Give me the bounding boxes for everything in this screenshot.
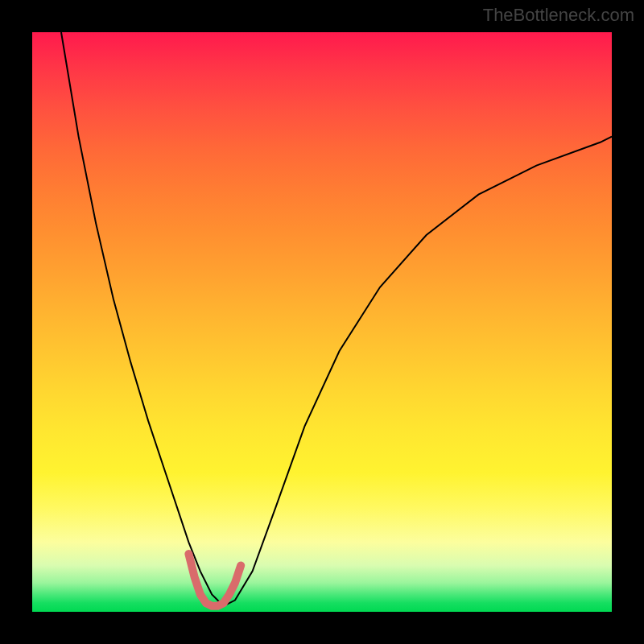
chart-svg xyxy=(32,32,612,612)
chart-plot-area xyxy=(32,32,612,612)
watermark-text: TheBottleneck.com xyxy=(483,5,634,26)
main-curve xyxy=(61,32,612,606)
